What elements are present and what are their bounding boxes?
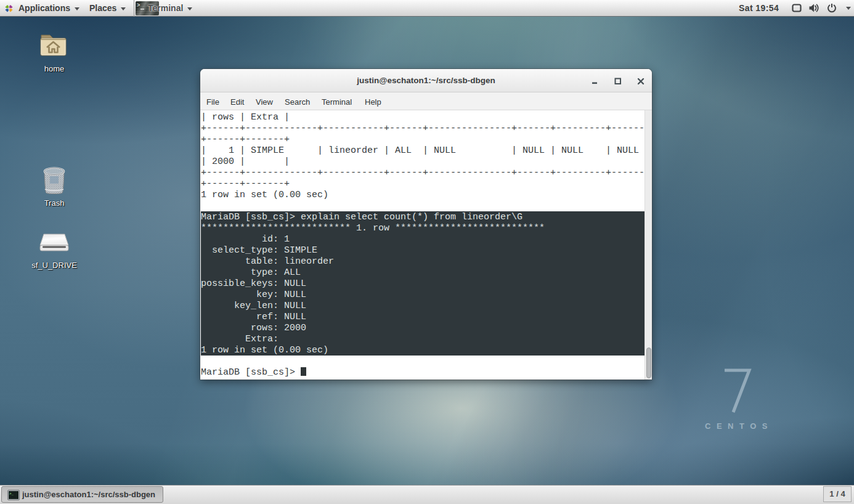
- svg-text:>: >: [137, 2, 140, 9]
- svg-text:>_: >_: [9, 492, 14, 496]
